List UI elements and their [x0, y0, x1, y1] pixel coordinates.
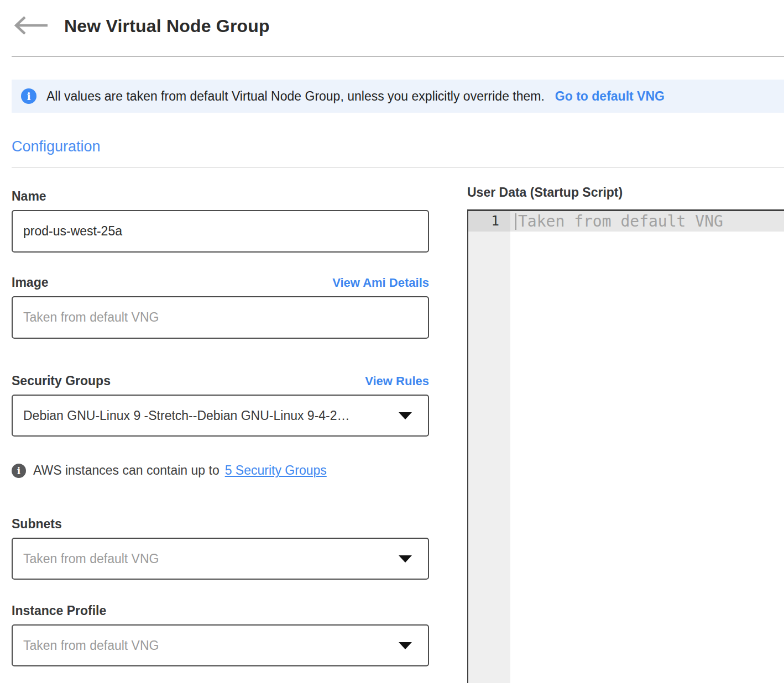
form-left-column: Name Image View Ami Details Security Gro…: [12, 188, 429, 683]
arrow-left-icon: [13, 15, 49, 38]
editor-active-line[interactable]: Taken from default VNG: [510, 211, 784, 232]
subnets-placeholder: Taken from default VNG: [23, 551, 159, 566]
editor-placeholder: Taken from default VNG: [518, 212, 723, 230]
instance-profile-label: Instance Profile: [12, 603, 106, 618]
user-data-label-row: User Data (Startup Script): [467, 185, 784, 200]
page-title: New Virtual Node Group: [64, 16, 270, 36]
editor-line-number: 1: [468, 211, 510, 232]
name-input[interactable]: [12, 210, 429, 253]
five-security-groups-link[interactable]: 5 Security Groups: [225, 463, 327, 478]
form-body: Name Image View Ami Details Security Gro…: [0, 188, 784, 683]
name-label: Name: [12, 188, 46, 204]
security-groups-note: i AWS instances can contain up to 5 Secu…: [12, 463, 429, 478]
back-button[interactable]: [13, 15, 49, 38]
image-input[interactable]: [12, 296, 429, 339]
header-divider: [12, 56, 784, 57]
text-cursor: [515, 213, 516, 230]
security-groups-label: Security Groups: [12, 373, 111, 388]
banner-text: All values are taken from default Virtua…: [46, 89, 545, 104]
instance-profile-label-row: Instance Profile: [12, 603, 429, 618]
editor-content-area[interactable]: [510, 232, 784, 683]
view-rules-link[interactable]: View Rules: [365, 374, 429, 388]
image-label-row: Image View Ami Details: [12, 275, 429, 290]
instance-profile-select[interactable]: Taken from default VNG: [12, 624, 429, 666]
page-header: New Virtual Node Group: [13, 13, 784, 39]
view-ami-details-link[interactable]: View Ami Details: [332, 276, 429, 290]
editor-gutter: [468, 232, 510, 683]
security-groups-note-text: AWS instances can contain up to: [33, 463, 219, 478]
subnets-select[interactable]: Taken from default VNG: [12, 538, 429, 580]
info-banner: i All values are taken from default Virt…: [12, 80, 784, 113]
form-right-column: User Data (Startup Script) 1 Taken from …: [467, 185, 784, 683]
subnets-label: Subnets: [12, 516, 62, 532]
info-icon: i: [21, 88, 36, 104]
caret-down-icon: [399, 412, 412, 419]
security-groups-select[interactable]: Debian GNU-Linux 9 -Stretch--Debian GNU-…: [12, 395, 429, 437]
name-label-row: Name: [12, 188, 429, 204]
instance-profile-placeholder: Taken from default VNG: [23, 638, 159, 653]
section-divider: [12, 167, 784, 168]
caret-down-icon: [399, 642, 412, 649]
go-to-default-vng-link[interactable]: Go to default VNG: [555, 89, 665, 104]
info-icon: i: [12, 464, 26, 478]
security-groups-selected-value: Debian GNU-Linux 9 -Stretch--Debian GNU-…: [23, 408, 350, 423]
image-label: Image: [12, 275, 48, 290]
new-virtual-node-group-page: New Virtual Node Group i All values are …: [0, 13, 784, 683]
user-data-editor[interactable]: 1 Taken from default VNG: [467, 209, 784, 683]
configuration-section-title: Configuration: [12, 138, 784, 155]
subnets-label-row: Subnets: [12, 516, 429, 532]
security-groups-label-row: Security Groups View Rules: [12, 373, 429, 388]
caret-down-icon: [399, 555, 412, 563]
user-data-label: User Data (Startup Script): [467, 185, 623, 200]
